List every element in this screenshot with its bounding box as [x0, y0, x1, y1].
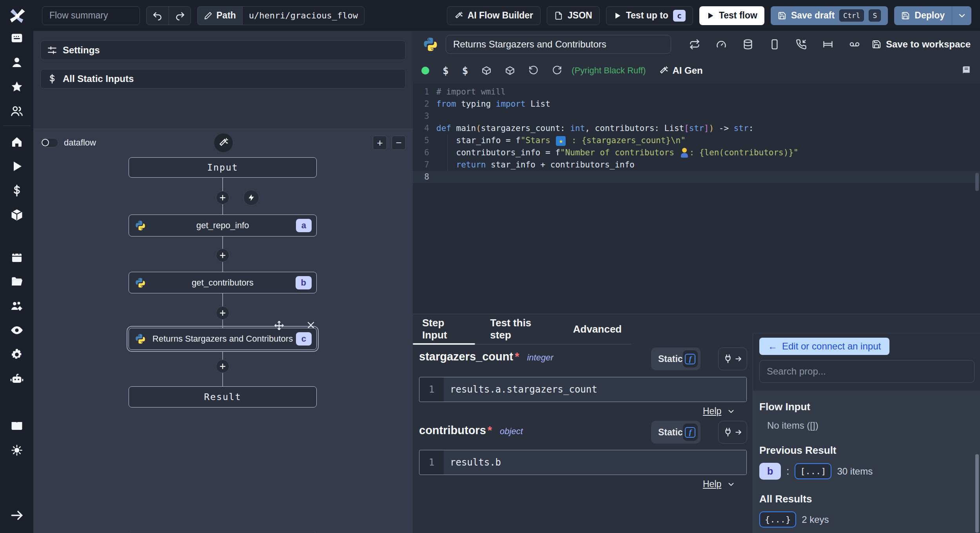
- code-line[interactable]: 8: [413, 171, 980, 183]
- sidebar-theme-icon[interactable]: [0, 438, 33, 462]
- graph-node-step-a[interactable]: get_repo_info a: [129, 215, 317, 236]
- trigger-bolt-button[interactable]: [243, 190, 259, 206]
- code-line[interactable]: 4def main(stargazers_count: int, contrib…: [413, 122, 980, 135]
- undo-button[interactable]: [147, 7, 169, 25]
- search-prop-input[interactable]: Search prop...: [759, 360, 975, 383]
- bed-icon[interactable]: [822, 39, 833, 50]
- sidebar-user-icon[interactable]: [0, 50, 33, 75]
- javascript-function-icon[interactable]: f: [683, 424, 698, 441]
- repeat-icon[interactable]: [689, 39, 700, 50]
- sidebar-users-icon[interactable]: [0, 99, 33, 123]
- zoom-in-button[interactable]: +: [373, 136, 387, 150]
- edit-or-connect-button[interactable]: ← Edit or connect an input: [759, 338, 889, 355]
- add-step-button[interactable]: [216, 360, 229, 373]
- path-input[interactable]: u/henri/gracious_flow: [242, 6, 365, 25]
- all-static-inputs-button[interactable]: All Static Inputs: [40, 69, 406, 89]
- windmill-logo-icon[interactable]: [7, 5, 27, 26]
- sidebar-docs-icon[interactable]: [0, 414, 33, 438]
- voicemail-icon[interactable]: [849, 39, 860, 50]
- add-step-button[interactable]: [216, 191, 229, 204]
- test-up-to-button[interactable]: Test up to c: [606, 6, 693, 25]
- sidebar-star-icon[interactable]: [0, 75, 33, 99]
- tab-step-input[interactable]: Step Input: [413, 314, 481, 344]
- javascript-function-icon[interactable]: f: [683, 350, 698, 367]
- static-javascript-toggle[interactable]: Static f: [651, 347, 701, 370]
- deploy-dropdown-button[interactable]: [952, 6, 971, 25]
- sidebar-home-icon[interactable]: [0, 130, 33, 154]
- move-step-icon[interactable]: [274, 320, 284, 331]
- step-title-input[interactable]: Returns Stargazers and Contributors: [446, 35, 671, 54]
- tab-advanced[interactable]: Advanced: [564, 314, 631, 344]
- all-results-badge[interactable]: {...}: [759, 511, 796, 528]
- library-book-icon[interactable]: [961, 65, 971, 76]
- code-line[interactable]: 5 star_info = f"Stars : {stargazers_coun…: [413, 135, 980, 147]
- help-link[interactable]: Help: [703, 406, 735, 417]
- mobile-icon[interactable]: [769, 39, 780, 50]
- code-line[interactable]: 6 contributors_info = f"Number of contri…: [413, 147, 980, 159]
- code-line[interactable]: 1# import wmill: [413, 86, 980, 98]
- dataflow-toggle[interactable]: [40, 138, 58, 147]
- graph-node-step-c[interactable]: Returns Stargazers and Contributors c: [129, 328, 317, 350]
- format-refresh-icon[interactable]: [552, 65, 562, 76]
- package-icon[interactable]: [481, 65, 492, 76]
- connect-input-button[interactable]: [718, 421, 747, 444]
- previous-result-title: Previous Result: [759, 444, 980, 457]
- sidebar-runs-icon[interactable]: [0, 154, 33, 178]
- delete-step-icon[interactable]: [306, 320, 316, 331]
- sidebar-folders-icon[interactable]: [0, 269, 33, 294]
- save-draft-button[interactable]: Save draft Ctrl S: [771, 6, 888, 25]
- tab-test-this-step[interactable]: Test this step: [481, 314, 563, 344]
- database-icon[interactable]: [742, 39, 753, 50]
- add-step-button[interactable]: [216, 249, 229, 262]
- code-line[interactable]: 7 return star_info + contributors_info: [413, 159, 980, 171]
- lint-status-label[interactable]: (Pyright Black Ruff): [572, 65, 646, 76]
- json-button[interactable]: JSON: [547, 6, 600, 25]
- graph-node-result[interactable]: Result: [129, 386, 317, 407]
- previous-result-value-badge[interactable]: [...]: [795, 463, 831, 479]
- previous-result-key-badge[interactable]: b: [759, 463, 781, 480]
- sidebar-variables-icon[interactable]: [0, 178, 33, 203]
- test-flow-button[interactable]: Test flow: [699, 6, 764, 25]
- expr-editor-stargazers[interactable]: 1 results.a.stargazers_count: [419, 377, 747, 402]
- redo-button[interactable]: [169, 7, 191, 25]
- sidebar-audit-eye-icon[interactable]: [0, 318, 33, 342]
- gauge-icon[interactable]: [716, 39, 727, 50]
- code-editor[interactable]: 1# import wmill2from typing import List3…: [413, 84, 980, 314]
- graph-node-step-b[interactable]: get_contributors b: [129, 272, 317, 293]
- sidebar-settings-gear-icon[interactable]: [0, 342, 33, 367]
- test-up-to-step-badge: c: [673, 10, 686, 22]
- ai-wand-button[interactable]: [214, 133, 233, 153]
- save-to-workspace-button[interactable]: Save to workspace: [872, 39, 971, 50]
- chevron-down-icon: [727, 407, 735, 416]
- sidebar-expand-arrow-icon[interactable]: [0, 503, 33, 528]
- sidebar-groups-icon[interactable]: [0, 294, 33, 318]
- ai-gen-button[interactable]: AI Gen: [659, 65, 702, 76]
- editor-scrollbar[interactable]: [975, 173, 979, 191]
- ai-flow-builder-button[interactable]: AI Flow Builder: [447, 6, 541, 25]
- deploy-button[interactable]: Deploy: [894, 6, 952, 25]
- expr-editor-contributors[interactable]: 1 results.b: [419, 450, 747, 475]
- sidebar-schedules-icon[interactable]: [0, 245, 33, 269]
- flow-summary-input[interactable]: Flow summary: [42, 6, 140, 25]
- code-line[interactable]: 3: [413, 110, 980, 122]
- flow-settings-button[interactable]: Settings: [40, 40, 406, 60]
- dollar-icon: [47, 74, 57, 84]
- phone-incoming-icon[interactable]: [796, 39, 807, 50]
- sidebar-resources-icon[interactable]: [0, 203, 33, 227]
- sidebar-apps-icon[interactable]: [0, 26, 33, 50]
- connect-input-button[interactable]: [718, 347, 747, 370]
- variable-picker-icon[interactable]: $: [443, 65, 449, 76]
- graph-node-input[interactable]: Input: [129, 157, 317, 178]
- sidebar-bot-icon[interactable]: [0, 367, 33, 391]
- help-link[interactable]: Help: [703, 479, 735, 489]
- static-javascript-toggle[interactable]: Static f: [651, 421, 701, 444]
- code-line[interactable]: 2from typing import List: [413, 98, 980, 110]
- package-icon[interactable]: [505, 65, 515, 76]
- zoom-out-button[interactable]: −: [392, 136, 406, 150]
- status-dot: [421, 67, 429, 75]
- resource-picker-icon[interactable]: $: [462, 65, 468, 76]
- reset-icon[interactable]: [528, 65, 539, 76]
- python-icon: [134, 220, 146, 231]
- props-scrollbar[interactable]: [975, 454, 979, 533]
- add-step-button[interactable]: [216, 306, 229, 320]
